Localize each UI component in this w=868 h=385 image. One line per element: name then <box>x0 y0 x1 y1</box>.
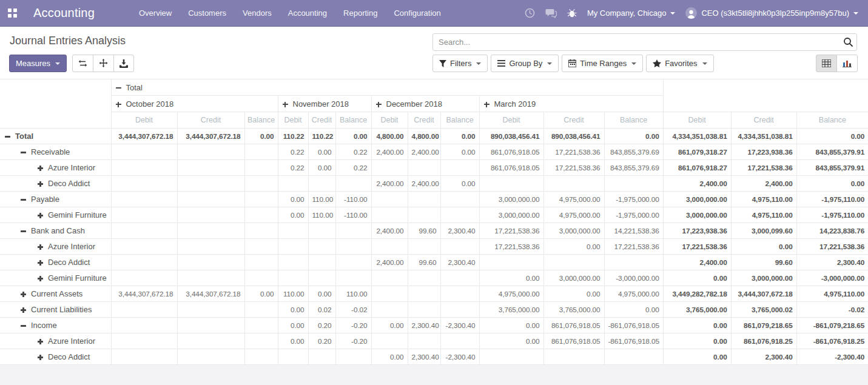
pivot-cell <box>308 349 335 365</box>
time-ranges-label: Time Ranges <box>580 59 627 68</box>
measure-header-balance[interactable]: Balance <box>604 112 663 129</box>
bug-icon[interactable] <box>567 8 577 18</box>
measure-header-balance[interactable]: Balance <box>440 112 479 129</box>
menu-configuration[interactable]: Configuration <box>394 8 440 18</box>
row-header-deco-addict[interactable]: Deco Addict <box>0 176 111 192</box>
measure-header-credit[interactable]: Credit <box>308 112 335 129</box>
favorites-button[interactable]: Favorites <box>646 55 713 72</box>
clock-icon[interactable] <box>525 8 535 18</box>
pivot-cell: 0.00 <box>371 318 408 333</box>
pivot-cell: 861,076,918.27 <box>663 160 731 176</box>
graph-view-button[interactable] <box>836 55 858 72</box>
pivot-cell: -110.00 <box>335 192 371 207</box>
pivot-cell: -1,975,000.00 <box>604 207 663 223</box>
row-header-deco-addict[interactable]: Deco Addict <box>0 255 111 270</box>
pivot-cell <box>278 223 308 239</box>
measure-header-balance[interactable]: Balance <box>335 112 371 129</box>
measure-header-debit[interactable]: Debit <box>371 112 408 129</box>
pivot-cell: 0.00 <box>731 239 796 255</box>
pivot-cell: 17,221,538.36 <box>731 160 796 176</box>
pivot-cell <box>111 207 177 223</box>
pivot-col-group-0[interactable]: October 2018 <box>111 96 278 112</box>
menu-reporting[interactable]: Reporting <box>343 8 377 18</box>
pivot-cell <box>244 318 278 333</box>
filters-label: Filters <box>450 59 471 68</box>
expand-plus-icon <box>38 181 43 187</box>
collapse-minus-icon <box>5 134 10 139</box>
measure-header-credit[interactable]: Credit <box>731 112 796 129</box>
row-header-gemini-furniture[interactable]: Gemini Furniture <box>0 270 111 286</box>
pivot-cell <box>177 160 244 176</box>
group-by-button[interactable]: Group By <box>491 55 559 72</box>
menu-overview[interactable]: Overview <box>139 8 172 18</box>
pivot-col-group-1[interactable]: November 2018 <box>278 96 371 112</box>
row-header-payable[interactable]: Payable <box>0 192 111 207</box>
row-header-gemini-furniture[interactable]: Gemini Furniture <box>0 207 111 223</box>
download-button[interactable] <box>113 55 134 72</box>
measure-header-credit[interactable]: Credit <box>408 112 440 129</box>
download-icon <box>119 59 128 68</box>
pivot-cell: -3,000,000.00 <box>796 270 868 286</box>
pivot-cell: -0.20 <box>335 318 371 333</box>
measure-header-balance[interactable]: Balance <box>796 112 868 129</box>
pivot-cell: 99.60 <box>408 223 440 239</box>
search-input[interactable] <box>433 38 839 47</box>
row-header-deco-addict[interactable]: Deco Addict <box>0 349 111 365</box>
pivot-cell: 110.00 <box>335 286 371 302</box>
time-ranges-button[interactable]: Time Ranges <box>562 55 643 72</box>
chevron-down-icon <box>670 12 675 15</box>
company-switcher[interactable]: My Company, Chicago <box>587 8 676 18</box>
search-icon[interactable] <box>839 37 856 47</box>
measure-header-debit[interactable]: Debit <box>479 112 543 129</box>
collapse-minus-icon <box>21 197 26 203</box>
pivot-cell: 4,975,110.00 <box>731 207 796 223</box>
menu-accounting[interactable]: Accounting <box>288 8 327 18</box>
apps-menu-icon[interactable] <box>8 8 17 18</box>
app-title[interactable]: Accounting <box>33 6 95 20</box>
pivot-cell <box>244 270 278 286</box>
expand-all-button[interactable] <box>93 55 114 72</box>
measure-header-credit[interactable]: Credit <box>543 112 604 129</box>
pivot-cell: 0.00 <box>796 129 868 144</box>
row-header-total[interactable]: Total <box>0 129 111 144</box>
user-menu[interactable]: CEO (s3kt5tli8jhhk0p3lp255inp9m8y57bu) <box>685 7 858 19</box>
pivot-cell: 2,400.00 <box>408 176 440 192</box>
pivot-view-button[interactable] <box>816 55 837 72</box>
pivot-cell: 3,000,000.00 <box>479 207 543 223</box>
pivot-col-group-3[interactable]: March 2019 <box>479 96 663 112</box>
pivot-cell <box>177 223 244 239</box>
filters-button[interactable]: Filters <box>432 55 488 72</box>
measure-header-debit[interactable]: Debit <box>663 112 731 129</box>
menu-customers[interactable]: Customers <box>188 8 226 18</box>
measure-header-debit[interactable]: Debit <box>111 112 177 129</box>
messages-icon[interactable] <box>545 8 557 18</box>
pivot-cell: 110.00 <box>308 192 335 207</box>
pivot-cell: 0.00 <box>663 270 731 286</box>
pivot-cell: 2,400.00 <box>663 255 731 270</box>
measures-button[interactable]: Measures <box>9 55 67 72</box>
pivot-cell: 3,765,000.02 <box>731 302 796 318</box>
row-header-bank-and-cash[interactable]: Bank and Cash <box>0 223 111 239</box>
row-header-azure-interior[interactable]: Azure Interior <box>0 239 111 255</box>
pivot-cell <box>111 223 177 239</box>
pivot-cell: 3,000,000.00 <box>543 223 604 239</box>
row-header-receivable[interactable]: Receivable <box>0 144 111 160</box>
row-header-current-liabilities[interactable]: Current Liabilities <box>0 302 111 318</box>
row-header-azure-interior[interactable]: Azure Interior <box>0 333 111 349</box>
pivot-cell: 110.00 <box>278 286 308 302</box>
measure-header-balance[interactable]: Balance <box>244 112 278 129</box>
pivot-col-group-2[interactable]: December 2018 <box>371 96 479 112</box>
row-header-current-assets[interactable]: Current Assets <box>0 286 111 302</box>
pivot-cell <box>479 349 543 365</box>
pivot-cell <box>177 255 244 270</box>
row-header-income[interactable]: Income <box>0 318 111 333</box>
measure-header-credit[interactable]: Credit <box>177 112 244 129</box>
flip-axis-button[interactable] <box>72 55 93 72</box>
measure-header-debit[interactable]: Debit <box>278 112 308 129</box>
row-header-azure-interior[interactable]: Azure Interior <box>0 160 111 176</box>
pivot-col-header-total[interactable]: Total <box>111 79 663 96</box>
pivot-cell: 0.00 <box>335 129 371 144</box>
flip-axis-icon <box>78 59 87 67</box>
menu-vendors[interactable]: Vendors <box>243 8 272 18</box>
pivot-cell <box>371 286 408 302</box>
